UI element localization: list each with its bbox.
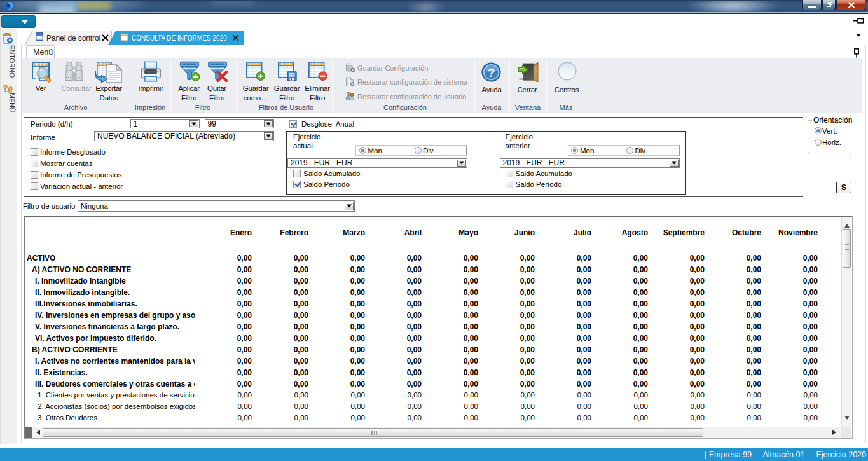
svg-text:?: ? (488, 66, 495, 79)
